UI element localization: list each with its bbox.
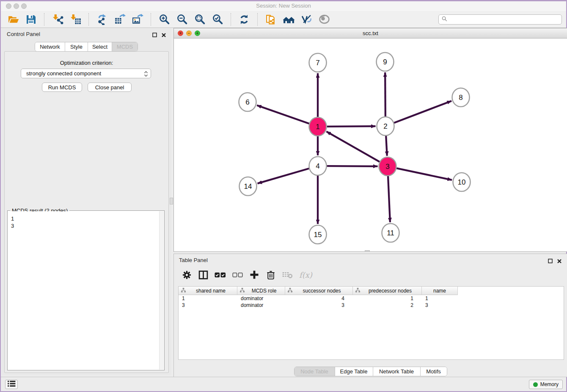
tab-network-table[interactable]: Network Table xyxy=(373,367,421,376)
node-1[interactable]: 1 xyxy=(309,117,327,136)
first-neighbors-icon[interactable] xyxy=(282,14,295,25)
search-box[interactable] xyxy=(438,14,562,25)
edge-4-14[interactable] xyxy=(258,168,309,183)
toolbar-separator xyxy=(231,13,231,26)
window-titlebar: Session: New Session xyxy=(1,1,566,11)
node-15[interactable]: 15 xyxy=(309,225,327,244)
cell-predecessor-nodes: 1 xyxy=(353,295,422,302)
zoom-out-icon[interactable] xyxy=(176,14,188,25)
node-6[interactable]: 6 xyxy=(239,93,256,111)
svg-text:4: 4 xyxy=(316,162,319,170)
clone-network-icon[interactable] xyxy=(264,14,277,25)
table-panel: Table Panel f(x) shared nameMCDS rolesuc… xyxy=(173,254,567,377)
node-11[interactable]: 11 xyxy=(382,224,399,242)
svg-text:8: 8 xyxy=(459,94,462,102)
node-8[interactable]: 8 xyxy=(452,88,470,107)
edge-3-10[interactable] xyxy=(396,168,452,180)
deselect-all-icon[interactable] xyxy=(232,272,243,278)
cell-successor-nodes: 3 xyxy=(285,302,353,309)
search-icon xyxy=(442,16,447,23)
show-eye-icon[interactable] xyxy=(318,14,330,25)
zoom-selected-icon[interactable] xyxy=(211,14,224,25)
node-2[interactable]: 2 xyxy=(377,117,394,135)
import-table-icon[interactable] xyxy=(69,14,82,25)
float-panel-icon[interactable] xyxy=(152,31,157,39)
close-panel-icon[interactable] xyxy=(162,31,166,39)
control-panel: Control Panel NetworkStyleSelectMCDS Opt… xyxy=(2,28,171,375)
node-4[interactable]: 4 xyxy=(309,157,327,175)
cell-successor-nodes: 4 xyxy=(285,295,353,302)
network-canvas[interactable]: 7968124314101511 xyxy=(174,39,567,251)
cell-name: 3 xyxy=(422,302,458,309)
mcds-result-group: MCDS result (2 nodes) 13 xyxy=(7,210,165,370)
zoom-fit-icon[interactable] xyxy=(193,14,206,25)
tab-node-table[interactable]: Node Table xyxy=(295,367,335,376)
toolbar-separator xyxy=(151,13,151,26)
edge-2-8[interactable] xyxy=(394,101,451,123)
select-all-icon[interactable] xyxy=(215,271,226,279)
import-network-icon[interactable] xyxy=(51,14,64,25)
cell-MCDS-role: dominator xyxy=(237,302,285,309)
tab-style[interactable]: Style xyxy=(65,42,88,51)
criterion-dropdown[interactable]: strongly connected component xyxy=(21,69,151,78)
column-header-name[interactable]: name xyxy=(422,287,458,295)
tree-icon xyxy=(355,288,360,294)
edge-1-6[interactable] xyxy=(257,105,309,124)
tab-network[interactable]: Network xyxy=(35,42,65,51)
node-7[interactable]: 7 xyxy=(309,53,327,72)
column-label: successor nodes xyxy=(292,288,351,294)
tab-mcds[interactable]: MCDS xyxy=(112,42,138,51)
split-view-icon[interactable] xyxy=(198,270,208,280)
close-panel-button[interactable]: Close panel xyxy=(88,83,132,92)
canvas-resize-handle[interactable] xyxy=(365,250,370,252)
tab-edge-table[interactable]: Edge Table xyxy=(335,367,373,376)
tab-select[interactable]: Select xyxy=(88,42,112,51)
edge-2-3[interactable] xyxy=(386,136,387,156)
column-header-shared-name[interactable]: shared name xyxy=(179,287,237,295)
task-history-button[interactable] xyxy=(5,380,18,389)
delete-row-icon[interactable] xyxy=(266,270,276,280)
column-label: predecessor nodes xyxy=(360,288,420,294)
control-panel-title: Control Panel xyxy=(7,31,40,37)
edge-1-2[interactable] xyxy=(327,126,375,127)
memory-button[interactable]: Memory xyxy=(529,380,563,389)
svg-text:6: 6 xyxy=(245,98,249,106)
gear-icon[interactable] xyxy=(182,271,192,279)
table-row[interactable]: 1dominator411 xyxy=(179,295,564,302)
svg-text:9: 9 xyxy=(383,58,387,66)
edge-2-9[interactable] xyxy=(385,72,385,116)
svg-text:2: 2 xyxy=(383,122,387,130)
export-table-icon[interactable] xyxy=(113,14,126,25)
node-3[interactable]: 3 xyxy=(379,157,396,176)
node-14[interactable]: 14 xyxy=(239,177,257,196)
svg-text:11: 11 xyxy=(387,229,394,237)
result-scrollbar[interactable] xyxy=(159,211,164,370)
save-icon[interactable] xyxy=(25,14,37,25)
network-window-titlebar[interactable]: × − + scc.txt xyxy=(174,28,567,39)
node-9[interactable]: 9 xyxy=(377,52,394,71)
hide-vizmap-icon[interactable] xyxy=(300,14,313,25)
float-table-panel-icon[interactable] xyxy=(548,257,553,265)
svg-text:7: 7 xyxy=(316,59,319,67)
zoom-in-icon[interactable] xyxy=(158,14,171,25)
edge-3-11[interactable] xyxy=(388,176,390,222)
add-row-icon[interactable] xyxy=(249,270,259,279)
close-table-panel-icon[interactable] xyxy=(557,257,561,265)
tree-icon xyxy=(288,288,292,294)
column-header-MCDS-role[interactable]: MCDS role xyxy=(237,287,285,295)
mcds-result-list[interactable]: 13 xyxy=(8,211,164,370)
export-image-icon[interactable] xyxy=(131,14,144,25)
run-mcds-button[interactable]: Run MCDS xyxy=(42,83,82,92)
panel-splitter-handle[interactable] xyxy=(170,198,173,204)
search-input[interactable] xyxy=(449,15,561,24)
column-header-predecessor-nodes[interactable]: predecessor nodes xyxy=(353,287,422,295)
node-10[interactable]: 10 xyxy=(453,173,471,191)
edge-4-3[interactable] xyxy=(327,166,377,166)
export-network-icon[interactable] xyxy=(96,14,108,25)
table-row[interactable]: 3dominator323 xyxy=(179,302,564,309)
open-file-icon[interactable] xyxy=(7,14,19,25)
edge-3-1[interactable] xyxy=(326,132,380,162)
tab-motifs[interactable]: Motifs xyxy=(421,367,447,376)
column-header-successor-nodes[interactable]: successor nodes xyxy=(285,287,353,295)
refresh-icon[interactable] xyxy=(238,14,250,25)
